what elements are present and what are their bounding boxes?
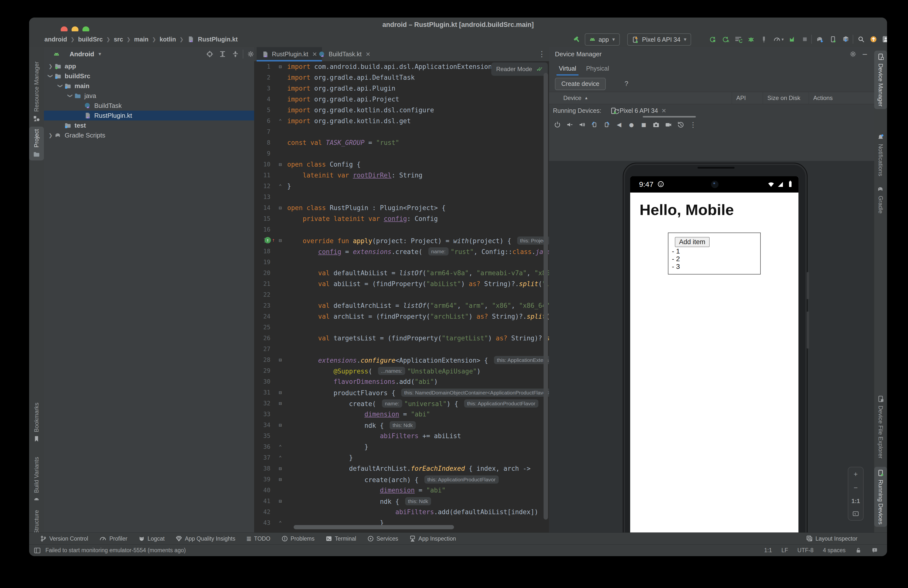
tree-chevron-icon[interactable]: ❯ bbox=[58, 82, 63, 90]
tool-stripe-item-build-variants[interactable]: Build Variants bbox=[29, 457, 44, 503]
tool-stripe-item-device-manager[interactable]: Device Manager bbox=[874, 51, 887, 109]
tool-window-button-logcat[interactable]: Logcat bbox=[138, 535, 164, 542]
breadcrumb-item[interactable]: android bbox=[44, 36, 67, 43]
tree-item-test[interactable]: test bbox=[44, 121, 267, 130]
fold-marker-icon[interactable]: ⊟ bbox=[274, 498, 287, 504]
editor-horizontal-scrollbar[interactable] bbox=[294, 525, 454, 529]
inspections-ok-icon[interactable]: ✓✓ bbox=[536, 65, 543, 73]
status-widget[interactable]: 4 spaces bbox=[823, 547, 845, 554]
camera-icon[interactable] bbox=[652, 120, 660, 129]
tree-chevron-icon[interactable]: ❯ bbox=[47, 63, 54, 69]
tree-item-gradle-scripts[interactable]: ❯Gradle Scripts bbox=[44, 130, 257, 140]
fit-to-window-icon[interactable] bbox=[852, 510, 859, 517]
fold-marker-icon[interactable]: ⊟ bbox=[274, 390, 287, 395]
tool-window-button-app-inspection[interactable]: App Inspection bbox=[409, 535, 456, 542]
tree-item-buildtask[interactable]: BuildTask bbox=[44, 101, 287, 111]
build-hammer-icon[interactable] bbox=[572, 34, 582, 45]
add-item-button[interactable]: Add item bbox=[675, 237, 710, 247]
editor-vertical-scrollbar[interactable] bbox=[544, 73, 548, 520]
zoom-out-button[interactable]: − bbox=[854, 484, 858, 492]
tree-item-buildsrc[interactable]: ❯buildSrc bbox=[44, 71, 257, 81]
code-editor[interactable]: 1⊟import com.android.build.api.dsl.Appli… bbox=[254, 61, 549, 533]
search-everywhere-icon[interactable] bbox=[856, 34, 866, 45]
hide-panel-icon[interactable]: − bbox=[860, 48, 870, 60]
tool-window-button-services[interactable]: Services bbox=[367, 535, 398, 542]
run-restart-icon[interactable] bbox=[707, 34, 718, 45]
fold-marker-icon[interactable]: ⊟ bbox=[274, 400, 287, 406]
close-icon[interactable]: ✕ bbox=[662, 107, 667, 114]
tree-chevron-icon[interactable]: ❯ bbox=[68, 92, 73, 100]
table-column-size-on-disk[interactable]: Size on Disk bbox=[763, 92, 808, 104]
breadcrumb-item[interactable]: main bbox=[134, 36, 148, 43]
tree-item-rustplugin-kt[interactable]: RustPlugin.kt bbox=[44, 111, 287, 121]
tree-item-app[interactable]: ❯app bbox=[44, 61, 257, 71]
breadcrumb-item[interactable]: src bbox=[114, 36, 123, 43]
tool-window-button-todo[interactable]: ≣TODO bbox=[246, 535, 270, 542]
apply-code-changes-icon[interactable]: A bbox=[720, 34, 731, 45]
profiler-icon[interactable]: ▼ bbox=[771, 34, 786, 45]
breadcrumb-item[interactable]: buildSrc bbox=[78, 36, 103, 43]
fold-marker-icon[interactable]: ⊟ bbox=[274, 161, 287, 168]
gear-icon[interactable] bbox=[848, 48, 858, 60]
override-gutter-icon[interactable]: ↑ bbox=[264, 237, 271, 243]
tool-stripe-item-running-devices[interactable]: Running Devices bbox=[874, 467, 887, 527]
fold-marker-icon[interactable]: ⊟ bbox=[274, 466, 287, 472]
notifications-icon[interactable] bbox=[871, 547, 878, 554]
profile-app-icon[interactable] bbox=[787, 34, 798, 45]
tree-chevron-icon[interactable]: ❯ bbox=[48, 72, 53, 80]
create-device-button[interactable]: Create device bbox=[555, 78, 606, 90]
project-panel-header[interactable]: Android ▼ − bbox=[44, 47, 254, 61]
status-widget[interactable]: LF bbox=[781, 547, 788, 554]
more-icon[interactable]: ⋮ bbox=[689, 120, 697, 129]
fold-marker-icon[interactable]: ⌃ bbox=[274, 183, 287, 189]
lock-icon[interactable] bbox=[855, 547, 862, 554]
fold-marker-icon[interactable]: ⊟ bbox=[274, 237, 287, 243]
fold-marker-icon[interactable]: ⌃ bbox=[274, 520, 287, 526]
fold-marker-icon[interactable]: ⊟ bbox=[274, 477, 287, 482]
run-configuration-select[interactable]: app ▼ bbox=[585, 33, 620, 46]
editor-tab-buildtask-kt[interactable]: BuildTask.kt✕ bbox=[313, 47, 375, 61]
layout-inspector-button[interactable]: Layout Inspector bbox=[806, 535, 857, 542]
fold-marker-icon[interactable]: ⌃ bbox=[274, 444, 287, 450]
table-column-api[interactable]: API bbox=[732, 92, 763, 104]
tool-window-button-terminal[interactable]: Terminal bbox=[325, 535, 356, 542]
help-icon[interactable]: ? bbox=[625, 80, 628, 88]
rotate-left-icon[interactable] bbox=[590, 120, 599, 129]
avatar[interactable] bbox=[881, 34, 887, 45]
locate-file-icon[interactable] bbox=[204, 48, 215, 60]
tool-stripe-item-gradle[interactable]: Gradle bbox=[874, 185, 887, 214]
collapse-all-icon[interactable] bbox=[230, 48, 241, 60]
snapshot-icon[interactable] bbox=[676, 120, 685, 129]
sdk-manager-icon[interactable] bbox=[840, 34, 851, 45]
tool-stripe-item-notifications[interactable]: Notifications bbox=[874, 134, 887, 176]
rotate-right-icon[interactable] bbox=[602, 120, 611, 129]
reader-mode-toggle[interactable]: Reader Mode ✓✓ bbox=[491, 62, 548, 76]
device-manager-tab-physical[interactable]: Physical bbox=[586, 65, 609, 72]
breadcrumb-file[interactable]: RustPlugin.kt bbox=[198, 36, 238, 43]
debug-icon[interactable] bbox=[745, 34, 757, 45]
status-widget[interactable]: 1:1 bbox=[764, 547, 772, 554]
tab-options-icon[interactable]: ⋮ bbox=[538, 50, 546, 58]
running-device-tab[interactable]: Pixel 6 API 34 ✕ bbox=[610, 107, 667, 114]
table-column-actions[interactable]: Actions bbox=[808, 92, 868, 104]
actual-size-button[interactable]: 1:1 bbox=[852, 498, 860, 504]
breadcrumb[interactable]: android❯buildSrc❯src❯main❯kotlin❯RustPlu… bbox=[44, 31, 238, 47]
gradle-sync-icon[interactable] bbox=[814, 34, 825, 45]
emulator-screen[interactable]: 9:47 Hello, Mobile Add item bbox=[630, 176, 799, 553]
zoom-in-button[interactable]: + bbox=[854, 470, 858, 478]
fold-marker-icon[interactable]: ⊟ bbox=[274, 205, 287, 211]
tool-stripe-item-device-file-explorer[interactable]: Device File Explorer bbox=[874, 395, 887, 459]
editor-tab-rustplugin-kt[interactable]: RustPlugin.kt✕ bbox=[257, 47, 322, 61]
tool-window-button-version-control[interactable]: Version Control bbox=[40, 535, 88, 542]
tool-windows-icon[interactable] bbox=[34, 547, 41, 554]
tool-stripe-item-project[interactable]: Project bbox=[29, 127, 44, 161]
tree-item-main[interactable]: ❯main bbox=[44, 81, 267, 91]
tool-window-button-problems[interactable]: Problems bbox=[281, 535, 315, 542]
vol-low-icon[interactable] bbox=[565, 120, 574, 129]
tree-item-java[interactable]: ❯java bbox=[44, 91, 277, 101]
nav-back-icon[interactable]: ◀ bbox=[615, 120, 623, 129]
fold-marker-icon[interactable]: ⌃ bbox=[274, 455, 287, 461]
tool-stripe-item-bookmarks[interactable]: Bookmarks bbox=[29, 403, 44, 443]
fold-marker-icon[interactable]: ⌃ bbox=[274, 118, 287, 124]
tool-window-button-app-quality-insights[interactable]: App Quality Insights bbox=[175, 535, 235, 542]
